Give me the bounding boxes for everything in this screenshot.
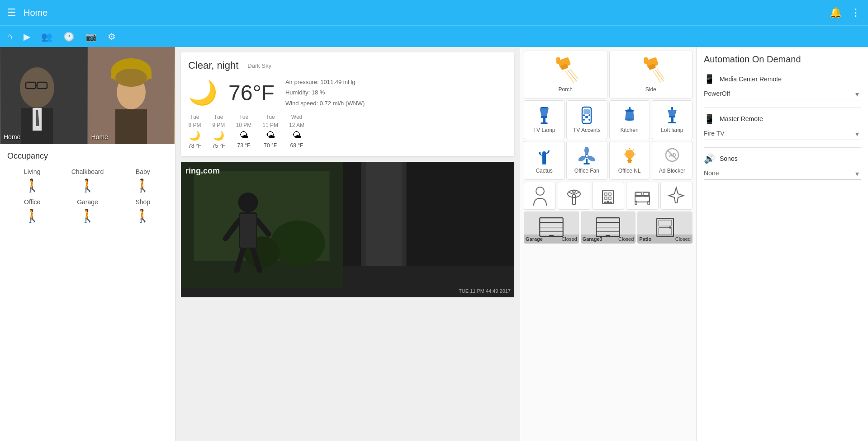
camera-grid: Home Hom <box>0 47 175 144</box>
ad-blocker-label: Ad Blocker <box>659 168 685 174</box>
svg-point-52 <box>585 116 588 118</box>
automation-media-center-select-wrapper: PowerOff PowerOn Netflix <box>704 87 861 100</box>
kitchen-tile[interactable]: Kitchen <box>609 100 650 139</box>
scene-bed[interactable] <box>626 182 658 210</box>
garage3-door-name: Garage3 <box>583 236 602 242</box>
ad-blocker-icon: AD <box>664 147 680 165</box>
nav-history-icon[interactable]: 🕐 <box>63 31 75 42</box>
automation-media-center-select[interactable]: PowerOff PowerOn Netflix <box>704 87 861 100</box>
svg-point-56 <box>588 119 590 121</box>
svg-point-35 <box>571 77 574 80</box>
garage-door-tile[interactable]: Garage Closed <box>524 211 579 244</box>
svg-rect-86 <box>573 195 575 205</box>
office-fan-tile[interactable]: Office Fan <box>566 141 607 180</box>
porch-light-label: Porch <box>559 86 573 93</box>
occupancy-living[interactable]: Living 🚶 <box>7 168 57 193</box>
nav-camera-icon[interactable]: 📷 <box>85 31 97 42</box>
forecast-8pm-temp: 78 °F <box>188 143 201 149</box>
automation-media-center-label: Media Center Remote <box>720 75 782 83</box>
automation-master-remote-label: Master Remote <box>720 115 763 122</box>
person-scene-icon <box>531 186 549 206</box>
ring-camera[interactable]: ring.com <box>181 162 514 297</box>
svg-rect-42 <box>644 57 648 64</box>
svg-rect-46 <box>541 107 548 108</box>
occupancy-shop[interactable]: Shop 🚶 <box>118 198 168 223</box>
svg-rect-64 <box>542 151 546 164</box>
side-light-tile[interactable]: Side <box>609 51 693 99</box>
svg-point-98 <box>604 202 607 204</box>
more-icon[interactable]: ⋮ <box>851 7 861 19</box>
occupancy-living-label: Living <box>24 168 41 175</box>
occupancy-office-label: Office <box>24 198 40 206</box>
occupancy-baby[interactable]: Baby 🚶 <box>118 168 168 193</box>
garage3-door-tile[interactable]: Garage3 Closed <box>581 211 636 244</box>
camera-man[interactable]: Home <box>0 47 88 144</box>
airplane-scene-icon <box>667 186 685 206</box>
patio-door-status: Closed <box>675 236 691 242</box>
forecast-12am-icon: 🌤 <box>292 130 301 141</box>
occupancy-garage-label: Garage <box>77 198 98 206</box>
automation-sonos-select[interactable]: None Living Room Kitchen All <box>704 167 861 180</box>
forecast-11pm-time: 11 PM <box>262 122 278 128</box>
ring-logo: ring.com <box>185 166 220 176</box>
scene-plant[interactable] <box>558 182 590 210</box>
sub-nav: ⌂ ▶ 👥 🕐 📷 ⚙ <box>0 25 868 47</box>
scene-person[interactable] <box>524 182 556 210</box>
garage-door-status-bar: Garage Closed <box>524 235 579 244</box>
porch-light-tile[interactable]: Porch <box>524 51 607 99</box>
nav-settings-icon[interactable]: ⚙ <box>108 31 116 42</box>
nav-people-icon[interactable]: 👥 <box>41 31 52 42</box>
office-nl-label: Office NL <box>618 168 641 174</box>
weather-details: Air pressure: 1011.49 inHg Humidity: 18 … <box>285 77 365 108</box>
tv-accents-tile[interactable]: TV Accents <box>566 100 607 139</box>
patio-door-tile[interactable]: Patio Closed <box>637 211 693 244</box>
svg-point-67 <box>584 147 589 155</box>
office-nl-tile[interactable]: Office NL <box>609 141 650 180</box>
forecast-11pm: Tue 11 PM 🌤 70 °F <box>262 114 278 149</box>
automation-sonos: 🔊 Sonos None Living Room Kitchen All <box>704 153 861 180</box>
forecast-10pm: Tue 10 PM 🌤 73 °F <box>236 114 252 149</box>
garage3-door-status: Closed <box>618 236 634 242</box>
occupancy-office[interactable]: Office 🚶 <box>7 198 57 223</box>
automation-master-remote-select[interactable]: Fire TV Apple TV Roku Off <box>704 127 861 140</box>
occupancy-shop-icon: 🚶 <box>135 208 151 223</box>
nav-play-icon[interactable]: ▶ <box>24 31 30 42</box>
menu-icon[interactable]: ☰ <box>7 7 16 19</box>
nav-home-icon[interactable]: ⌂ <box>7 31 13 42</box>
smart-home-panel: Porch Side <box>520 47 696 441</box>
forecast-8pm-time: 8 PM <box>188 122 201 128</box>
camera-woman[interactable]: Home <box>88 47 175 144</box>
svg-rect-49 <box>541 122 548 124</box>
garage3-door-status-bar: Garage3 Closed <box>581 235 636 244</box>
svg-rect-47 <box>541 116 547 118</box>
automation-title: Automation On Demand <box>704 54 861 65</box>
scene-building[interactable] <box>592 182 624 210</box>
occupancy-chalkboard-icon: 🚶 <box>80 178 95 193</box>
notification-icon[interactable]: 🔔 <box>830 7 842 19</box>
cactus-tile[interactable]: Cactus <box>524 141 564 180</box>
svg-point-45 <box>657 75 659 77</box>
app-title: Home <box>24 8 830 18</box>
svg-line-81 <box>633 150 634 150</box>
occupancy-title: Occupancy <box>7 151 168 161</box>
svg-rect-62 <box>671 117 674 122</box>
side-light-icon <box>637 56 664 84</box>
svg-text:AD: AD <box>669 152 676 158</box>
occupancy-garage[interactable]: Garage 🚶 <box>62 198 112 223</box>
automation-sonos-select-wrapper: None Living Room Kitchen All <box>704 167 861 180</box>
automation-panel: Automation On Demand 📱 Media Center Remo… <box>696 47 868 441</box>
weather-card: Clear, night Dark Sky 🌙 76°F Air pressur… <box>181 52 514 156</box>
automation-sonos-header: 🔊 Sonos <box>704 153 861 164</box>
svg-point-55 <box>583 119 585 121</box>
svg-rect-60 <box>671 107 673 110</box>
ad-blocker-tile[interactable]: AD Ad Blocker <box>652 141 693 180</box>
scene-airplane[interactable] <box>660 182 693 210</box>
loft-lamp-tile[interactable]: Loft lamp <box>652 100 693 139</box>
forecast-9pm-time: 9 PM <box>212 122 225 128</box>
weather-source: Dark Sky <box>247 62 271 69</box>
svg-point-99 <box>607 201 609 203</box>
tv-lamp-tile[interactable]: TV Lamp <box>524 100 564 139</box>
occupancy-chalkboard[interactable]: Chalkboard 🚶 <box>62 168 112 193</box>
weather-main: 🌙 76°F Air pressure: 1011.49 inHg Humidi… <box>188 77 507 108</box>
forecast-10pm-time: 10 PM <box>236 122 252 128</box>
